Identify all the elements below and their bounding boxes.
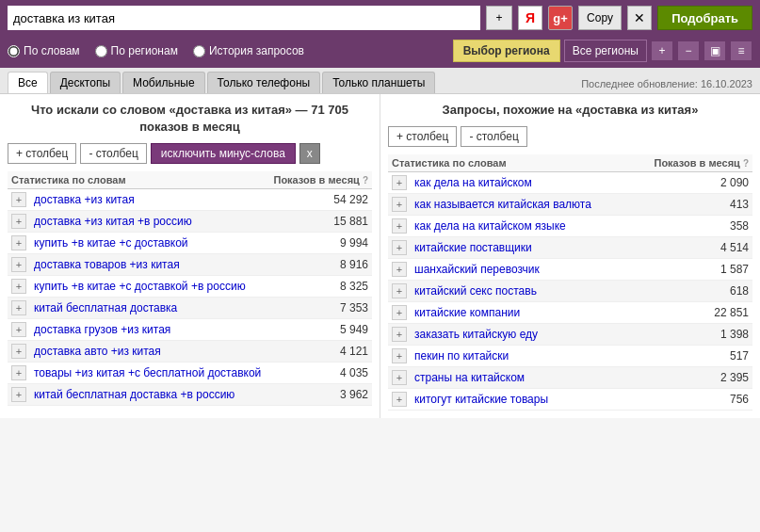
keyword-link[interactable]: доставка +из китая [34, 193, 135, 206]
table-row: + доставка авто +из китая 4 121 [8, 341, 372, 363]
table-row: + доставка +из китая 54 292 [8, 189, 372, 211]
count-cell: 618 [631, 281, 752, 302]
table-row: + китайский секс поставь 618 [388, 281, 752, 302]
row-plus-icon[interactable]: + [392, 283, 407, 298]
tab-mobilnye[interactable]: Мобильные [122, 72, 205, 93]
count-cell: 7 353 [268, 298, 372, 319]
table-row: + страны на китайском 2 395 [388, 367, 752, 389]
left-table: Статистика по словам Показов в месяц ? +… [8, 171, 372, 406]
left-panel: Что искали со словом «доставка из китая»… [0, 94, 380, 418]
row-plus-icon[interactable]: + [392, 262, 407, 277]
row-plus-icon[interactable]: + [392, 327, 407, 342]
close-icon-btn[interactable]: ✕ [627, 6, 652, 30]
row-plus-icon[interactable]: + [11, 279, 26, 294]
row-plus-icon[interactable]: + [11, 300, 26, 315]
row-plus-icon[interactable]: + [11, 235, 26, 250]
keyword-link[interactable]: шанхайский перевозчик [414, 263, 540, 276]
left-exclude-button[interactable]: исключить минус-слова [151, 143, 296, 164]
nav-square-btn[interactable]: ▣ [703, 40, 726, 61]
keyword-link[interactable]: доставка авто +из китая [34, 345, 161, 358]
row-plus-icon[interactable]: + [11, 344, 26, 359]
row-plus-icon[interactable]: + [11, 214, 26, 229]
table-row: + китайские поставщики 4 514 [388, 237, 752, 259]
row-plus-icon[interactable]: + [392, 348, 407, 363]
row-plus-icon[interactable]: + [11, 257, 26, 272]
count-cell: 756 [631, 389, 752, 411]
keyword-link[interactable]: пекин по китайски [414, 349, 509, 363]
count-cell: 413 [631, 194, 752, 216]
right-panel: Запросы, похожие на «доставка из китая» … [380, 94, 760, 418]
left-panel-title: Что искали со словом «доставка из китая»… [8, 102, 372, 136]
add-icon-btn[interactable]: + [486, 6, 512, 30]
keyword-link[interactable]: доставка товаров +из китая [34, 258, 180, 271]
podborat-button[interactable]: Подобрать [657, 6, 752, 30]
keyword-link[interactable]: купить +в китае +с доставкой [34, 236, 188, 250]
keyword-link[interactable]: китайский секс поставь [414, 284, 537, 298]
table-row: + шанхайский перевозчик 1 587 [388, 259, 752, 281]
gplus-icon: g+ [548, 6, 573, 30]
nav-plus-btn[interactable]: + [651, 40, 673, 61]
tab-only-phones[interactable]: Только телефоны [207, 72, 321, 93]
count-cell: 9 994 [268, 233, 372, 254]
table-row: + пекин по китайски 517 [388, 346, 752, 367]
right-table: Статистика по словам Показов в месяц ? +… [388, 154, 752, 411]
keyword-link[interactable]: как называется китайская валюта [414, 198, 591, 211]
left-col2-header: Показов в месяц ? [268, 171, 372, 189]
table-row: + доставка грузов +из китая 5 949 [8, 319, 372, 341]
row-plus-icon[interactable]: + [392, 218, 407, 234]
row-plus-icon[interactable]: + [11, 387, 26, 402]
right-add-col-button[interactable]: + столбец [388, 126, 457, 147]
keyword-link[interactable]: доставка +из китая +в россию [34, 215, 192, 228]
left-remove-col-button[interactable]: - столбец [80, 143, 146, 164]
keyword-link[interactable]: китогут китайские товары [414, 393, 548, 406]
count-cell: 517 [631, 346, 752, 367]
left-help-icon[interactable]: ? [363, 175, 368, 185]
count-cell: 15 881 [268, 211, 372, 233]
row-plus-icon[interactable]: + [11, 192, 26, 207]
table-row: + китогут китайские товары 756 [388, 389, 752, 411]
nav-lines-btn[interactable]: ≡ [730, 40, 752, 61]
keyword-link[interactable]: товары +из китая +с бесплатной доставкой [34, 366, 261, 379]
row-plus-icon[interactable]: + [392, 175, 407, 190]
table-row: + заказать китайскую еду 1 398 [388, 324, 752, 346]
row-plus-icon[interactable]: + [392, 240, 407, 255]
keyword-link[interactable]: как дела на китайском [414, 176, 532, 189]
left-add-col-button[interactable]: + столбец [8, 143, 76, 164]
nav-minus-btn[interactable]: − [677, 40, 700, 61]
tabs-row: Все Десктопы Мобильные Только телефоны Т… [0, 68, 760, 94]
keyword-link[interactable]: как дела на китайском языке [414, 219, 566, 233]
tab-desktopy[interactable]: Десктопы [50, 72, 121, 93]
right-help-icon[interactable]: ? [743, 158, 749, 169]
table-row: + доставка товаров +из китая 8 916 [8, 254, 372, 276]
all-regions-button[interactable]: Все регионы [564, 40, 647, 62]
nav-po-slovam[interactable]: По словам [8, 44, 80, 57]
nav-history[interactable]: История запросов [193, 44, 304, 57]
row-plus-icon[interactable]: + [11, 365, 26, 380]
table-row: + как дела на китайском 2 090 [388, 172, 752, 194]
search-input[interactable] [8, 6, 480, 30]
keyword-link[interactable]: китайские компании [414, 306, 520, 319]
row-plus-icon[interactable]: + [392, 305, 407, 320]
row-plus-icon[interactable]: + [392, 197, 407, 212]
keyword-link[interactable]: китай бесплатная доставка [34, 301, 177, 314]
right-remove-col-button[interactable]: - столбец [461, 126, 526, 147]
count-cell: 8 325 [268, 276, 372, 298]
keyword-link[interactable]: купить +в китае +с доставкой +в россию [34, 280, 246, 293]
row-plus-icon[interactable]: + [392, 392, 407, 407]
keyword-link[interactable]: китайские поставщики [414, 241, 532, 254]
copy-button[interactable]: Copy [578, 6, 622, 30]
tab-vse[interactable]: Все [8, 72, 48, 93]
table-row: + китай бесплатная доставка 7 353 [8, 298, 372, 319]
row-plus-icon[interactable]: + [392, 370, 407, 385]
nav-po-regionam[interactable]: По регионам [95, 44, 178, 57]
region-button[interactable]: Выбор региона [453, 40, 560, 62]
keyword-link[interactable]: китай бесплатная доставка +в россию [34, 388, 234, 401]
keyword-link[interactable]: доставка грузов +из китая [34, 323, 170, 336]
row-plus-icon[interactable]: + [11, 322, 26, 337]
table-row: + китай бесплатная доставка +в россию 3 … [8, 384, 372, 406]
left-x-button[interactable]: x [299, 143, 320, 164]
tab-only-tablets[interactable]: Только планшеты [322, 72, 435, 93]
keyword-link[interactable]: страны на китайском [414, 371, 525, 384]
count-cell: 1 587 [631, 259, 752, 281]
keyword-link[interactable]: заказать китайскую еду [414, 328, 538, 341]
